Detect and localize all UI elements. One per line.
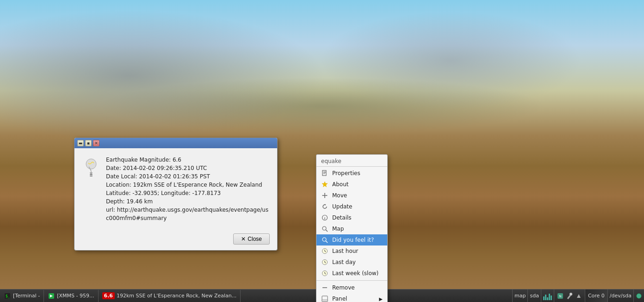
menu-label-panel: Panel — [332, 296, 347, 302]
bar-3 — [547, 297, 548, 300]
taskbar-map-label[interactable]: map — [512, 289, 527, 302]
earthquake-latitude: Latitude: -32.9035; Longitude: -177.8173 — [106, 189, 270, 197]
menu-item-did-you-feel-it[interactable]: Did you feel it? — [316, 234, 387, 245]
bar-4 — [549, 294, 550, 300]
info-icon: i — [321, 214, 328, 221]
terminal-icon: $_ — [4, 292, 11, 300]
dialog-close-button[interactable]: ✕ — [93, 140, 99, 146]
taskbar-mini-chart — [541, 289, 554, 302]
desktop: ▬ ▪ ✕ Earthquake Magnitude: 6.6 — [0, 0, 644, 302]
map-label-text: map — [514, 293, 526, 299]
bar-2 — [545, 295, 546, 300]
menu-label-last-hour: Last hour — [332, 248, 358, 254]
maximize-button[interactable]: ▪ — [85, 140, 92, 146]
clock-icon-hour — [321, 247, 328, 255]
cpu-chart — [543, 292, 552, 300]
tray-tools-icon[interactable] — [565, 292, 574, 300]
svg-line-18 — [326, 241, 328, 243]
menu-item-last-hour[interactable]: Last hour — [316, 245, 387, 257]
svg-text:$_: $_ — [6, 294, 10, 298]
panel-icon — [321, 295, 328, 302]
svg-marker-7 — [322, 182, 328, 187]
bar-1 — [543, 296, 545, 300]
menu-item-update[interactable]: Update — [316, 201, 387, 212]
eq-description: 192km SSE of L'Esperance Rock, New Zeala… — [117, 293, 236, 299]
menu-label-did-you-feel-it: Did you feel it? — [332, 237, 374, 243]
svg-point-39 — [637, 294, 641, 298]
context-menu: equake Properties About Move Update — [316, 154, 388, 302]
earthquake-depth: Depth: 19.46 km — [106, 197, 270, 206]
close-icon: ✕ — [241, 236, 246, 242]
svg-rect-1 — [90, 174, 93, 175]
tray-network-icon[interactable]: N — [556, 292, 564, 300]
earthquake-date-utc: Date: 2014-02-02 09:26:35.210 UTC — [106, 164, 270, 172]
taskbar-terminal[interactable]: $_ [Terminal - — [0, 290, 44, 302]
menu-item-about[interactable]: About — [316, 179, 387, 190]
svg-marker-12 — [325, 204, 326, 205]
refresh-icon — [321, 203, 328, 210]
menu-label-update: Update — [332, 203, 352, 210]
xmms-icon — [48, 292, 55, 300]
remove-icon — [321, 284, 328, 291]
eq-magnitude-badge: 6.6 — [102, 292, 115, 299]
earthquake-magnitude: Earthquake Magnitude: 6.6 — [106, 156, 270, 164]
menu-label-map: Map — [332, 226, 344, 232]
taskbar-extra-icon[interactable] — [633, 289, 644, 302]
panel-submenu-arrow: ▶ — [379, 296, 383, 302]
terminal-label: [Terminal - — [13, 293, 40, 299]
move-icon — [321, 192, 328, 199]
taskbar-device[interactable]: /dev/sda — [607, 289, 633, 302]
menu-label-last-day: Last day — [332, 259, 356, 265]
device-label: /dev/sda — [610, 293, 632, 299]
svg-point-17 — [322, 238, 326, 241]
minimize-button[interactable]: ▬ — [77, 140, 84, 146]
clock-icon-week — [321, 270, 328, 277]
drive-label-text: sda — [530, 293, 539, 299]
menu-item-move[interactable]: Move — [316, 190, 387, 201]
dialog-titlebar: ▬ ▪ ✕ — [74, 138, 277, 148]
earthquake-url: url: http://earthquake.usgs.gov/earthqua… — [106, 206, 270, 222]
menu-label-move: Move — [332, 192, 347, 199]
close-button[interactable]: ✕ Close — [233, 233, 270, 245]
svg-rect-30 — [322, 300, 328, 302]
svg-text:N: N — [559, 295, 561, 298]
menu-label-properties: Properties — [332, 170, 360, 176]
menu-item-last-week[interactable]: Last week (slow) — [316, 268, 387, 279]
menu-item-remove[interactable]: Remove — [316, 282, 387, 293]
svg-line-16 — [326, 230, 328, 232]
dialog-text-area: Earthquake Magnitude: 6.6 Date: 2014-02-… — [106, 156, 270, 222]
taskbar-right-area: map sda N — [512, 289, 644, 302]
menu-item-details[interactable]: i Details — [316, 212, 387, 223]
svg-point-37 — [570, 293, 572, 296]
menu-item-last-day[interactable]: Last day — [316, 257, 387, 268]
menu-item-properties[interactable]: Properties — [316, 168, 387, 179]
feel-it-icon — [321, 236, 328, 244]
dialog-icon-area — [82, 156, 100, 179]
system-tray: N — [554, 289, 585, 302]
svg-marker-38 — [577, 294, 581, 298]
earthquake-date-local: Date Local: 2014-02-02 01:26:35 PST — [106, 172, 270, 181]
xmms-label: [XMMS - 959... — [57, 293, 94, 299]
earthquake-location: Location: 192km SSE of L'Esperance Rock,… — [106, 181, 270, 189]
tray-arrow-icon[interactable] — [575, 292, 583, 300]
svg-text:i: i — [324, 217, 325, 220]
star-icon — [321, 181, 328, 188]
menu-separator — [316, 280, 387, 281]
taskbar-drive-label[interactable]: sda — [527, 289, 540, 302]
core-label: Core — [588, 293, 600, 299]
close-label: Close — [248, 236, 262, 242]
document-icon — [321, 170, 328, 177]
menu-item-map[interactable]: Map — [316, 223, 387, 234]
menu-label-about: About — [332, 181, 348, 188]
dialog-footer: ✕ Close — [74, 230, 277, 250]
map-search-icon — [321, 225, 328, 233]
bar-5 — [551, 296, 552, 300]
menu-label-remove: Remove — [332, 284, 355, 291]
lightbulb-icon — [85, 157, 98, 178]
taskbar-earthquake[interactable]: 6.6 192km SSE of L'Esperance Rock, New Z… — [99, 290, 241, 302]
svg-point-15 — [322, 226, 326, 230]
core-indicator: Core 0 — [585, 289, 607, 302]
menu-item-panel[interactable]: Panel ▶ — [316, 293, 387, 302]
taskbar-xmms[interactable]: [XMMS - 959... — [44, 290, 98, 302]
svg-point-0 — [86, 159, 96, 169]
